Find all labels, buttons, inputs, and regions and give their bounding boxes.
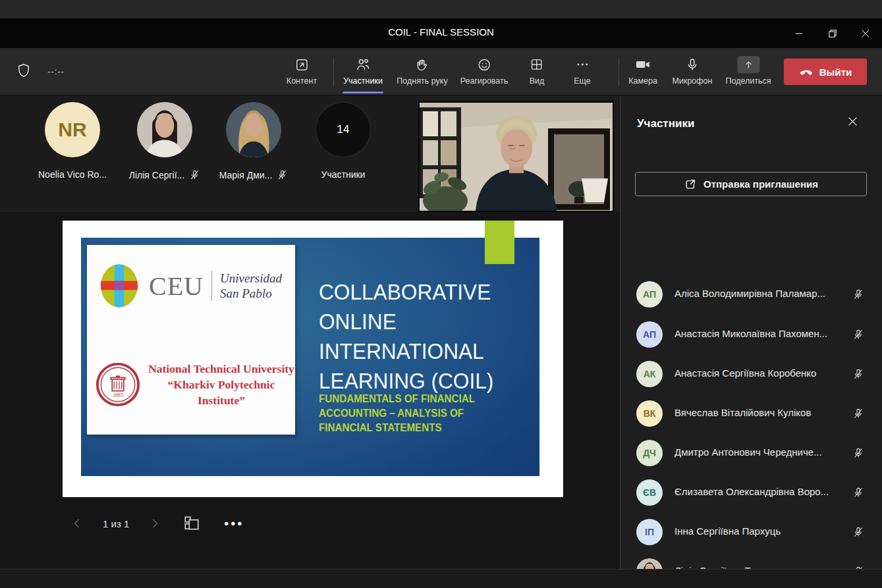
mic-off-icon bbox=[277, 169, 288, 180]
minimize-icon bbox=[793, 28, 805, 40]
participant-name: Noelia Vico Ro... bbox=[38, 169, 107, 180]
avatar: ЄВ bbox=[636, 479, 663, 506]
slide-title: COLLABORATIVE ONLINE INTERNATIONAL LEARN… bbox=[319, 277, 493, 396]
deck-more-options-button[interactable]: ••• bbox=[224, 520, 244, 527]
slide-sorter-button[interactable] bbox=[183, 515, 200, 532]
slide-logos-card: CEU Universidad San Pablo 1885 bbox=[87, 245, 295, 435]
content-button[interactable]: Контент bbox=[287, 56, 317, 86]
filmstrip-tile-liliya[interactable]: Лілія Сергії... bbox=[119, 102, 211, 180]
view-button[interactable]: Вид bbox=[530, 56, 545, 86]
more-button[interactable]: Еще bbox=[574, 56, 590, 86]
share-invite-icon bbox=[684, 178, 697, 191]
more-dots-icon bbox=[575, 56, 590, 73]
window-title: COIL - FINAL SESSION bbox=[0, 26, 882, 38]
participant-name: Інна Сергіївна Пархуць bbox=[675, 525, 839, 537]
share-screen-icon bbox=[737, 56, 759, 73]
raise-hand-icon bbox=[414, 56, 429, 73]
send-invite-button[interactable]: Отправка приглашения bbox=[635, 172, 867, 196]
participant-count-badge: 14 bbox=[316, 102, 371, 157]
participant-photo-avatar bbox=[137, 102, 192, 157]
toolbar-divider bbox=[333, 59, 334, 86]
active-tab-underline bbox=[343, 92, 383, 94]
mic-off-icon bbox=[852, 487, 864, 498]
panel-title: Участники bbox=[637, 117, 694, 130]
participant-name: Аліса Володимирівна Паламар... bbox=[675, 288, 839, 299]
presenter-video-frame bbox=[419, 102, 613, 211]
window-close-icon bbox=[860, 28, 871, 40]
mic-off-icon bbox=[852, 329, 864, 340]
participant-row[interactable]: ІП Інна Сергіївна Пархуць bbox=[620, 512, 882, 552]
ntu-logo-row: 1885 National Technical University “Khar… bbox=[95, 361, 295, 408]
avatar: АП bbox=[636, 281, 663, 307]
participant-name: Марія Дми... bbox=[219, 170, 273, 180]
raise-hand-button[interactable]: Поднять руку bbox=[397, 56, 447, 86]
avatar: NR bbox=[45, 102, 100, 157]
slide-subtitle: FUNDAMENTALS OF FINANCIAL ACCOUNTING – A… bbox=[319, 392, 475, 435]
hangup-icon bbox=[799, 65, 813, 79]
window-titlebar: COIL - FINAL SESSION bbox=[0, 18, 882, 48]
participant-name: Лілія Сергії... bbox=[129, 170, 185, 180]
camera-icon bbox=[635, 56, 651, 73]
ntu-university-name: National Technical University “Kharkiv P… bbox=[148, 361, 295, 408]
filmstrip-tile-noelia[interactable]: NR Noelia Vico Ro... bbox=[26, 102, 119, 180]
participant-photo-avatar bbox=[226, 102, 281, 157]
filmstrip-tile-maria[interactable]: Марія Дми... bbox=[207, 102, 300, 180]
participant-name: Анастасія Сергіївна Коробенко bbox=[675, 367, 839, 379]
participant-name: Вячеслав Віталійович Куліков bbox=[675, 407, 839, 418]
participant-row[interactable]: АП Аліса Володимирівна Паламар... bbox=[620, 275, 882, 314]
ceu-university-name: Universidad San Pablo bbox=[220, 271, 282, 301]
meeting-toolbar: --:-- Контент Участники Поднять руку Реа… bbox=[0, 48, 882, 95]
avatar: ДЧ bbox=[636, 440, 663, 466]
grid-view-icon bbox=[530, 56, 544, 73]
avatar: АП bbox=[636, 321, 663, 348]
participant-row[interactable]: ЄВ Єлизавета Олександрівна Воро... bbox=[620, 473, 882, 512]
mic-off-icon bbox=[852, 408, 864, 419]
svg-text:1885: 1885 bbox=[113, 392, 123, 398]
meeting-stage: NR Noelia Vico Ro... Лілія Сергії... Мар… bbox=[0, 95, 620, 569]
participant-row[interactable]: АП Анастасія Миколаївна Пахомен... bbox=[620, 315, 882, 354]
page-indicator: 1 из 1 bbox=[103, 518, 129, 529]
react-button[interactable]: Реагировать bbox=[460, 56, 509, 86]
restore-button[interactable] bbox=[825, 26, 840, 41]
microphone-button[interactable]: Микрофон bbox=[673, 56, 713, 86]
shared-presentation-slide[interactable]: CEU Universidad San Pablo 1885 bbox=[63, 221, 563, 497]
participant-row[interactable]: АК Анастасія Сергіївна Коробенко bbox=[620, 354, 882, 394]
self-view-video[interactable] bbox=[419, 102, 613, 211]
overflow-label: Участники bbox=[321, 169, 366, 180]
participant-row[interactable]: ДЧ Дмитро Антонович Чередниче... bbox=[620, 433, 882, 473]
mic-off-icon bbox=[852, 368, 864, 380]
window-bottom-strip bbox=[0, 569, 882, 588]
window-top-strip bbox=[0, 0, 882, 18]
leave-button[interactable]: Выйти bbox=[784, 59, 867, 85]
ceu-acronym: CEU bbox=[149, 271, 204, 302]
toolbar-divider bbox=[619, 59, 619, 86]
participant-name: Дмитро Антонович Чередниче... bbox=[675, 446, 839, 458]
shield-icon bbox=[16, 63, 32, 78]
panel-close-button[interactable] bbox=[846, 115, 859, 128]
camera-button[interactable]: Камера bbox=[628, 56, 657, 86]
mic-off-icon bbox=[852, 288, 864, 300]
khpi-seal-icon: 1885 bbox=[95, 361, 141, 408]
slide-green-accent bbox=[485, 221, 514, 264]
participant-filmstrip: NR Noelia Vico Ro... Лілія Сергії... Мар… bbox=[0, 95, 620, 212]
content-icon bbox=[294, 56, 310, 73]
filmstrip-tile-overflow-count[interactable]: 14 Участники bbox=[297, 102, 389, 180]
participant-row[interactable]: ВК Вячеслав Віталійович Куліков bbox=[620, 394, 882, 433]
previous-slide-button[interactable] bbox=[70, 517, 84, 530]
avatar: ІП bbox=[636, 519, 663, 545]
meeting-timer: --:-- bbox=[47, 67, 65, 76]
ceu-divider bbox=[211, 271, 212, 301]
avatar: АК bbox=[636, 361, 663, 387]
people-icon bbox=[355, 56, 371, 73]
participant-name: Єлизавета Олександрівна Воро... bbox=[675, 486, 839, 497]
mic-off-icon bbox=[189, 169, 200, 180]
next-slide-button[interactable] bbox=[148, 517, 162, 530]
participants-tab[interactable]: Участники bbox=[343, 56, 383, 86]
share-screen-button[interactable]: Поделиться bbox=[725, 56, 771, 86]
participant-name: Анастасія Миколаївна Пахомен... bbox=[675, 328, 839, 339]
restore-icon bbox=[827, 28, 839, 40]
minimize-button[interactable] bbox=[792, 26, 806, 41]
microphone-icon bbox=[684, 56, 700, 73]
window-close-button[interactable] bbox=[858, 26, 873, 41]
ceu-logo-icon bbox=[100, 263, 138, 308]
